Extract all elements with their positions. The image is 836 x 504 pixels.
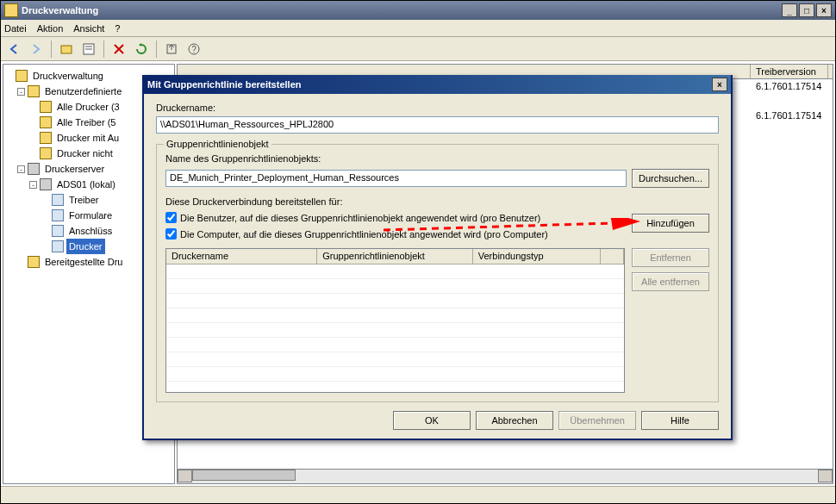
table-body[interactable]: [166, 264, 624, 392]
window-title: Druckverwaltung: [22, 5, 98, 16]
server-icon: [40, 178, 52, 190]
deploy-gpo-dialog: Mit Gruppenrichtlinie bereitstellen × Dr…: [142, 75, 733, 440]
remove-button: Entfernen: [632, 248, 709, 267]
checkbox-per-user-row[interactable]: Die Benutzer, auf die dieses Gruppenrich…: [165, 212, 625, 223]
table-col-blank[interactable]: [601, 249, 624, 264]
menu-help[interactable]: ?: [115, 23, 120, 34]
folder-icon: [28, 256, 40, 268]
dialog-title: Mit Gruppenrichtlinie bereitstellen: [147, 79, 301, 90]
statusbar: [1, 486, 835, 503]
export-button[interactable]: [162, 40, 181, 59]
gpo-name-field[interactable]: DE_Munich_Printer_Deployment_Human_Resso…: [165, 170, 627, 187]
folder-button[interactable]: [57, 40, 76, 59]
table-header[interactable]: Druckername Gruppenrichtlinienobjekt Ver…: [166, 249, 624, 264]
scroll-track[interactable]: [192, 470, 818, 483]
back-button[interactable]: [4, 40, 23, 59]
driver-icon: [52, 194, 64, 206]
collapse-icon[interactable]: -: [29, 181, 37, 189]
add-button[interactable]: Hinzufügen: [632, 214, 709, 233]
dialog-titlebar[interactable]: Mit Gruppenrichtlinie bereitstellen ×: [144, 75, 731, 94]
scroll-right-button[interactable]: [818, 470, 833, 482]
svg-rect-0: [61, 46, 72, 53]
folder-icon: [40, 116, 52, 128]
checkbox-per-user[interactable]: [165, 212, 177, 223]
minimize-button[interactable]: _: [782, 3, 797, 17]
table-col-printer[interactable]: Druckername: [166, 249, 317, 264]
help-button[interactable]: Hilfe: [641, 411, 719, 430]
checkbox-per-computer[interactable]: [165, 228, 177, 240]
main-titlebar[interactable]: Druckverwaltung _ □ ×: [1, 1, 835, 20]
folder-icon: [40, 147, 52, 159]
help-button[interactable]: ?: [184, 40, 203, 59]
gpo-name-label: Name des Gruppenrichtlinienobjekts:: [165, 153, 709, 164]
scroll-left-button[interactable]: [178, 470, 192, 482]
table-col-type[interactable]: Verbindungstyp: [473, 249, 602, 264]
app-icon: [4, 3, 18, 17]
gpo-group-title: Gruppenrichtlinienobjekt: [164, 139, 271, 149]
apply-button: Übernehmen: [558, 411, 636, 430]
remove-all-button: Alle entfernen: [632, 272, 709, 291]
close-button[interactable]: ×: [816, 3, 832, 17]
deployment-table[interactable]: Druckername Gruppenrichtlinienobjekt Ver…: [165, 248, 625, 393]
checkbox-per-computer-row[interactable]: Die Computer, auf die dieses Gruppenrich…: [165, 228, 625, 240]
delete-button[interactable]: [109, 40, 128, 59]
dialog-close-button[interactable]: ×: [712, 78, 727, 91]
folder-icon: [40, 132, 52, 144]
cancel-button[interactable]: Abbrechen: [476, 411, 553, 430]
collapse-icon[interactable]: -: [17, 165, 25, 173]
printer-name-label: Druckername:: [156, 103, 719, 113]
collapse-icon[interactable]: -: [17, 88, 25, 96]
printer-name-field[interactable]: \\ADS01\Human_Ressources_HPLJ2800: [156, 116, 719, 134]
checkbox-per-computer-label: Die Computer, auf die dieses Gruppenrich…: [180, 229, 548, 240]
properties-button[interactable]: [79, 40, 98, 59]
list-cell-version: 6.1.7601.17514: [751, 109, 827, 121]
gpo-groupbox: Gruppenrichtlinienobjekt Name des Gruppe…: [156, 144, 719, 402]
folder-icon: [16, 70, 28, 82]
dialog-footer: OK Abbrechen Übernehmen Hilfe: [156, 402, 719, 430]
list-col-version[interactable]: Treiberversion: [751, 65, 828, 78]
forms-icon: [52, 209, 64, 221]
scrollbar-horizontal[interactable]: [177, 470, 833, 484]
refresh-button[interactable]: [132, 40, 151, 59]
folder-icon: [40, 101, 52, 113]
maximize-button[interactable]: □: [799, 3, 814, 17]
server-icon: [28, 163, 40, 175]
menubar: Datei Aktion Ansicht ?: [1, 20, 835, 37]
svg-text:?: ?: [191, 45, 197, 54]
browse-button[interactable]: Durchsuchen...: [632, 169, 709, 188]
folder-icon: [28, 85, 40, 97]
menu-action[interactable]: Aktion: [37, 23, 64, 34]
list-cell-version: 6.1.7601.17514: [751, 80, 827, 92]
forward-button[interactable]: [27, 40, 46, 59]
ok-button[interactable]: OK: [393, 411, 471, 430]
table-col-gpo[interactable]: Gruppenrichtlinienobjekt: [317, 249, 473, 264]
toolbar: ?: [1, 37, 835, 61]
menu-file[interactable]: Datei: [4, 23, 27, 34]
printer-icon: [52, 240, 64, 252]
checkbox-per-user-label: Die Benutzer, auf die dieses Gruppenrich…: [180, 213, 540, 223]
menu-view[interactable]: Ansicht: [73, 23, 104, 34]
port-icon: [52, 225, 64, 237]
scroll-thumb[interactable]: [192, 470, 296, 481]
deploy-for-label: Diese Druckerverbindung bereitstellen fü…: [165, 196, 709, 207]
